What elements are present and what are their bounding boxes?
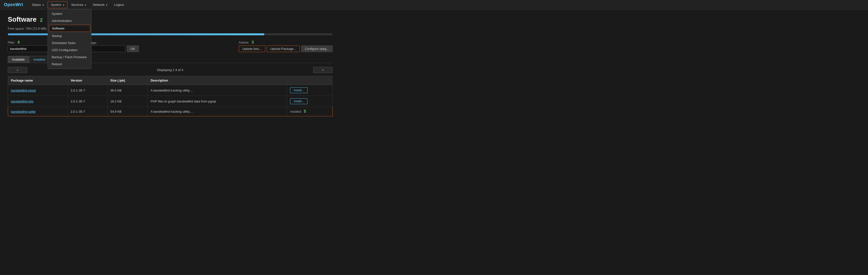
- pkg-action: Install...: [287, 96, 333, 107]
- actions-label: Actions:: [239, 41, 249, 44]
- chevron-down-icon: ▾: [42, 4, 44, 6]
- col-header-description: Description: [148, 76, 287, 85]
- dropdown-reboot[interactable]: Reboot: [48, 61, 91, 68]
- table-row: bandwidthd-pgsql 2.0.1-35-7 36.0 KB A ba…: [8, 85, 333, 96]
- dropdown-software[interactable]: Software: [49, 25, 90, 32]
- pagination-next[interactable]: »: [313, 67, 333, 73]
- step-4-label: 4: [18, 40, 20, 45]
- pkg-size: 36.0 KB: [107, 85, 148, 96]
- brand: OpenWrt: [4, 2, 23, 7]
- page-title: Software: [8, 16, 36, 23]
- nav-services[interactable]: Services ▾: [68, 1, 89, 8]
- tab-available[interactable]: Available: [8, 56, 29, 63]
- col-header-actions: [287, 76, 333, 85]
- system-dropdown-menu: System Administration Software Startup S…: [48, 9, 91, 69]
- filter-input[interactable]: [8, 46, 52, 52]
- installed-badge: Installed: [290, 110, 301, 113]
- pkg-size: 18.2 KB: [107, 96, 148, 107]
- packages-table: Package name Version Size (.ipk) Descrip…: [8, 76, 333, 116]
- col-header-name: Package name: [8, 76, 68, 85]
- filter-group: Filter: 4: [8, 40, 52, 52]
- dropdown-backup-flash[interactable]: Backup / Flash Firmware: [48, 54, 91, 61]
- configure-opkg-button[interactable]: Configure opkg...: [301, 46, 333, 52]
- ok-button[interactable]: OK: [127, 46, 139, 52]
- nav-logout[interactable]: Logout: [111, 1, 127, 8]
- table-row: bandwidthd-sqlite 2.0.1-35-7 54.9 KB A b…: [8, 107, 333, 116]
- dropdown-startup[interactable]: Startup: [48, 32, 91, 39]
- nav-status[interactable]: Status ▾: [29, 1, 46, 8]
- actions-row: Update lists... Upload Package... Config…: [239, 46, 333, 52]
- table-row: bandwidthd-php 2.0.1-35-7 18.2 KB PHP fi…: [8, 96, 333, 107]
- nav-items: Status ▾ System ▾ System Administration …: [29, 1, 864, 8]
- chevron-down-icon: ▾: [106, 4, 107, 6]
- pkg-name: bandwidthd-sqlite: [8, 107, 68, 116]
- col-header-version: Version: [68, 76, 107, 85]
- pkg-name-link[interactable]: bandwidthd-php: [11, 100, 34, 103]
- dropdown-administration[interactable]: Administration: [48, 17, 91, 24]
- update-lists-button[interactable]: Update lists...: [239, 46, 265, 52]
- chevron-down-icon: ▾: [63, 4, 64, 6]
- upload-package-button[interactable]: Upload Package...: [267, 46, 300, 52]
- step-5-label: 5: [304, 109, 306, 114]
- step-3-label: 3: [252, 40, 254, 45]
- pkg-description: PHP files to graph bandwidthd data from …: [148, 96, 287, 107]
- pkg-name: bandwidthd-pgsql: [8, 85, 68, 96]
- dropdown-led-config[interactable]: LED Configuration: [48, 47, 91, 54]
- pkg-size: 54.9 KB: [107, 107, 148, 116]
- system-dropdown-container: System ▾ System Administration Software …: [48, 1, 67, 8]
- pkg-name-link[interactable]: bandwidthd-sqlite: [11, 110, 35, 113]
- pagination-prev[interactable]: «: [8, 67, 27, 73]
- step-2-label: 2: [40, 17, 42, 23]
- pagination-info: Displaying 1-3 of 3: [157, 68, 183, 72]
- col-header-size: Size (.ipk): [107, 76, 148, 85]
- pkg-action: Installed 5: [287, 107, 333, 116]
- pkg-description: A bandwidthd tracking utility....: [148, 85, 287, 96]
- pkg-name: bandwidthd-php: [8, 96, 68, 107]
- actions-group: Actions: 3 Update lists... Upload Packag…: [239, 40, 333, 52]
- tab-installed[interactable]: Installed: [29, 56, 49, 63]
- pkg-version: 2.0.1-35-7: [68, 96, 107, 107]
- progress-bar-fill: [8, 33, 264, 35]
- navbar: OpenWrt Status ▾ System ▾ System Adminis…: [0, 0, 868, 10]
- dropdown-scheduled-tasks[interactable]: Scheduled Tasks: [48, 39, 91, 47]
- pkg-version: 2.0.1-35-7: [68, 85, 107, 96]
- pkg-version: 2.0.1-35-7: [68, 107, 107, 116]
- install-button[interactable]: Install...: [290, 98, 307, 104]
- chevron-down-icon: ▾: [85, 4, 86, 6]
- nav-system[interactable]: System ▾: [48, 1, 67, 8]
- nav-network[interactable]: Network ▾: [90, 1, 110, 8]
- filter-label: Filter:: [8, 41, 15, 44]
- pkg-action: Install...: [287, 85, 333, 96]
- pkg-description: A bandwidthd tracking utility....: [148, 107, 287, 116]
- install-button[interactable]: Install...: [290, 87, 307, 93]
- dropdown-system[interactable]: System: [48, 10, 91, 17]
- pkg-name-link[interactable]: bandwidthd-pgsql: [11, 89, 36, 92]
